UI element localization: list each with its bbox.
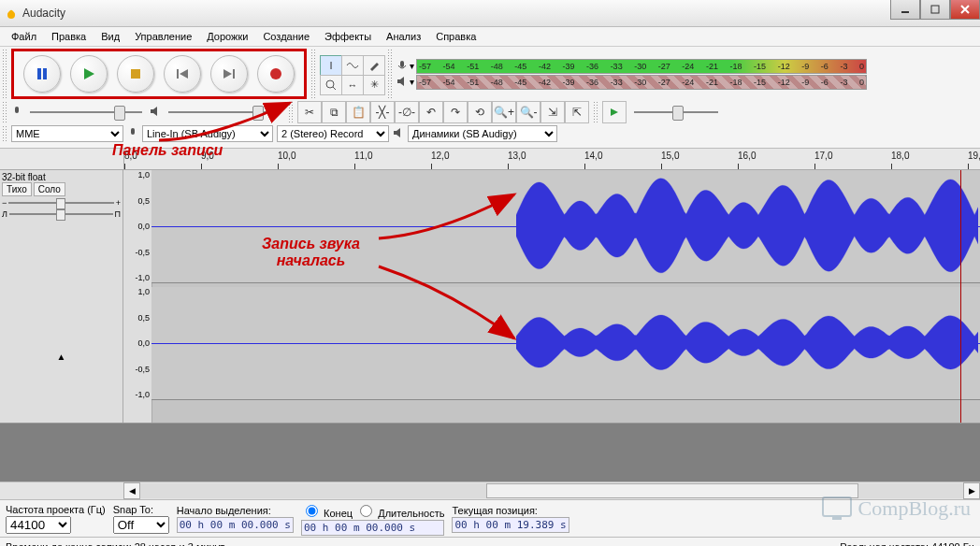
menu-help[interactable]: Справка	[428, 29, 483, 44]
solo-button[interactable]: Соло	[34, 182, 65, 196]
menu-view[interactable]: Вид	[94, 29, 127, 44]
svg-marker-18	[611, 108, 618, 116]
multi-tool[interactable]: ✳	[363, 75, 385, 95]
svg-line-13	[333, 87, 336, 90]
svg-rect-1	[901, 11, 909, 13]
grip[interactable]	[2, 101, 7, 123]
zoom-in-button[interactable]: 🔍+	[492, 101, 516, 123]
silence-button[interactable]: ‑∅‑	[395, 101, 419, 123]
grip[interactable]	[310, 49, 316, 99]
menu-generate[interactable]: Создание	[255, 29, 317, 44]
svg-rect-10	[233, 69, 235, 79]
play-button[interactable]	[70, 55, 108, 93]
tools-toolbar: I ↔ ✳	[320, 55, 383, 93]
rec-volume-slider[interactable]	[26, 103, 146, 122]
draw-tool[interactable]	[363, 55, 385, 76]
mic-icon	[396, 60, 408, 73]
svg-rect-25	[832, 516, 842, 520]
play-cursor	[960, 170, 961, 423]
play-device-select[interactable]: Динамики (SB Audigy)	[408, 125, 557, 142]
sync-lock-button[interactable]: ⟲	[468, 101, 492, 123]
record-button[interactable]	[257, 55, 295, 93]
snap-select[interactable]: Off	[113, 516, 169, 534]
close-button[interactable]	[950, 0, 980, 20]
maximize-button[interactable]	[920, 0, 950, 20]
play-meter[interactable]: -57-54-51-48-45-42-39-36-33-30-27-24-21-…	[416, 75, 867, 90]
paste-button[interactable]: 📋	[346, 101, 370, 123]
play-speed-slider[interactable]	[630, 103, 722, 122]
zoom-out-button[interactable]: 🔍-	[516, 101, 540, 123]
skip-end-button[interactable]	[210, 55, 248, 93]
selection-tool[interactable]: I	[320, 55, 342, 76]
channel-left[interactable]	[151, 170, 980, 283]
record-meter[interactable]: -57-54-51-48-45-42-39-36-33-30-27-24-21-…	[416, 59, 867, 74]
track-header[interactable]: 32-bit float Тихо Соло −+ ЛП ▲	[0, 170, 123, 423]
menu-tracks[interactable]: Дорожки	[199, 29, 255, 44]
timeshift-tool[interactable]: ↔	[341, 75, 364, 95]
speaker-icon	[396, 76, 408, 89]
snap-label: Snap To:	[113, 504, 169, 515]
scroll-left-button[interactable]: ◀	[123, 482, 140, 499]
empty-track-area[interactable]	[0, 424, 980, 481]
menu-analyze[interactable]: Анализ	[379, 29, 428, 44]
channel-right[interactable]	[151, 287, 980, 400]
grip[interactable]	[2, 49, 7, 99]
menu-edit[interactable]: Правка	[44, 29, 94, 44]
status-right: Реальная частота: 44100 Гц	[840, 541, 974, 546]
rec-device-select[interactable]: Line-In (SB Audigy)	[142, 125, 273, 142]
project-rate-select[interactable]: 44100	[6, 516, 71, 534]
rec-channels-select[interactable]: 2 (Stereo) Record	[277, 125, 389, 142]
project-rate-label: Частота проекта (Гц)	[6, 504, 106, 515]
pan-slider[interactable]: ЛП	[2, 209, 121, 219]
svg-rect-2	[931, 6, 939, 13]
grip[interactable]	[288, 101, 294, 123]
audio-host-select[interactable]: MME	[11, 125, 123, 142]
envelope-tool[interactable]	[341, 55, 364, 76]
skip-start-button[interactable]	[164, 55, 201, 93]
timeline-ruler[interactable]: 8,09,010,011,012,013,014,015,016,017,018…	[0, 149, 980, 170]
watermark: CompBlog.ru	[821, 496, 971, 522]
mic-icon	[127, 127, 138, 140]
menu-effects[interactable]: Эффекты	[317, 29, 379, 44]
grip[interactable]	[593, 101, 598, 123]
fit-project-button[interactable]: ⇱	[565, 101, 589, 123]
play-at-speed-button[interactable]	[602, 101, 627, 123]
end-radio[interactable]: Конец	[301, 508, 353, 519]
app-icon	[4, 6, 19, 21]
speaker-icon	[150, 106, 161, 119]
svg-marker-15	[397, 77, 404, 86]
grip[interactable]	[2, 125, 7, 142]
cut-button[interactable]: ✂	[297, 101, 322, 123]
waveform-area[interactable]: 1,00,50,0-0,5-1,0 1,00,50,0-0,5-1,0	[123, 170, 980, 423]
zoom-tool[interactable]	[320, 75, 342, 95]
menubar: Файл Правка Вид Управление Дорожки Созда…	[0, 27, 980, 47]
waveform	[516, 287, 978, 398]
menu-transport[interactable]: Управление	[127, 29, 199, 44]
pause-button[interactable]	[23, 55, 61, 93]
audio-position-field[interactable]: 00 h 00 m 19.389 s	[452, 517, 569, 533]
mute-button[interactable]: Тихо	[2, 182, 32, 196]
gain-slider[interactable]: −+	[2, 198, 121, 208]
speaker-icon	[393, 127, 404, 140]
trim-button[interactable]: ‑╳‑	[370, 101, 395, 123]
fit-selection-button[interactable]: ⇲	[540, 101, 565, 123]
grip[interactable]	[387, 49, 393, 99]
redo-button[interactable]: ↷	[443, 101, 468, 123]
undo-button[interactable]: ↶	[419, 101, 443, 123]
play-volume-slider[interactable]	[165, 103, 284, 122]
svg-rect-6	[131, 69, 140, 79]
length-radio[interactable]: Длительность	[355, 508, 444, 519]
stop-button[interactable]	[117, 55, 154, 93]
audio-position-label: Текущая позиция:	[452, 505, 569, 516]
minimize-button[interactable]	[890, 0, 920, 20]
svg-rect-24	[823, 497, 851, 516]
track-area: 32-bit float Тихо Соло −+ ЛП ▲ 1,00,50,0…	[0, 170, 980, 424]
titlebar: Audacity	[0, 0, 980, 27]
copy-button[interactable]: ⧉	[322, 101, 346, 123]
menu-file[interactable]: Файл	[4, 29, 44, 44]
selection-end-field[interactable]: 00 h 00 m 00.000 s	[301, 520, 445, 536]
window-title: Audacity	[22, 7, 65, 20]
collapse-button[interactable]: ▲	[2, 352, 121, 362]
status-left: Времени до конца записи: 28 часов и 3 ми…	[6, 541, 226, 546]
selection-start-field[interactable]: 00 h 00 m 00.000 s	[177, 517, 294, 533]
